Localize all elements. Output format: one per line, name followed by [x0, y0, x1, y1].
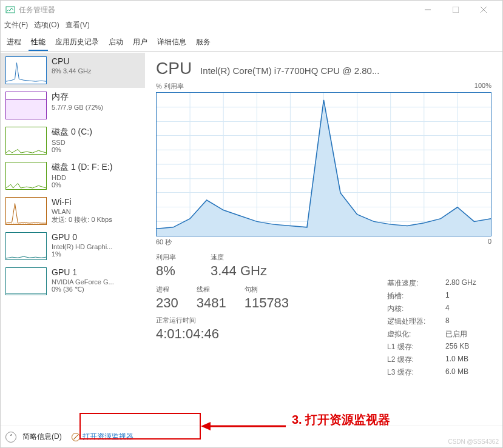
stat-value: 3.44 GHz [211, 263, 267, 279]
disk-thumb [5, 162, 47, 190]
menu-options[interactable]: 选项(O) [34, 20, 59, 31]
annotation-arrow [201, 419, 286, 433]
chevron-up-icon[interactable]: ˄ [5, 432, 16, 443]
sidebar[interactable]: CPU 8% 3.44 GHz 内存 5.7/7.9 GB (72%) 磁盘 0… [1, 52, 145, 426]
fewer-details-link[interactable]: 简略信息(D) [22, 432, 62, 442]
stat-label: 句柄 [245, 285, 289, 294]
window-title: 任务管理器 [19, 5, 414, 15]
cpu-info-table: 基准速度:2.80 GHz 插槽:1 内核:4 逻辑处理器:8 虚拟化:已启用 … [387, 278, 482, 380]
svg-rect-2 [453, 7, 459, 13]
gpu-thumb [5, 267, 47, 295]
svg-marker-27 [157, 100, 491, 236]
svg-rect-5 [6, 99, 46, 119]
cpu-model: Intel(R) Core(TM) i7-7700HQ CPU @ 2.80..… [200, 65, 491, 76]
sidebar-item-label: GPU 1 [52, 267, 140, 277]
sidebar-item-disk0[interactable]: 磁盘 0 (C:) SSD 0% [1, 123, 145, 158]
tab-processes[interactable]: 进程 [4, 35, 24, 51]
chart-y-label: % 利用率 [156, 82, 184, 91]
tabbar: 进程 性能 应用历史记录 启动 用户 详细信息 服务 [1, 32, 502, 52]
sidebar-item-label: 磁盘 1 (D: F: E:) [52, 162, 140, 173]
chart-y-max: 100% [474, 82, 491, 91]
tab-details[interactable]: 详细信息 [155, 35, 189, 51]
annotation-text: 3. 打开资源监视器 [292, 412, 390, 428]
page-title: CPU [156, 59, 192, 78]
sidebar-item-label: Wi-Fi [52, 197, 140, 207]
tab-app-history[interactable]: 应用历史记录 [53, 35, 101, 51]
memory-thumb [5, 92, 47, 119]
wifi-thumb [5, 197, 47, 225]
chart-x-right: 0 [488, 238, 491, 247]
sidebar-item-label: CPU [52, 56, 140, 66]
chart-x-left: 60 秒 [156, 238, 172, 247]
sidebar-item-label: 内存 [52, 92, 140, 102]
disk-thumb [5, 127, 47, 155]
minimize-button[interactable] [414, 1, 442, 19]
stat-label: 利用率 [156, 253, 192, 262]
stat-value: 8% [156, 263, 192, 279]
stat-label: 进程 [156, 285, 178, 294]
sidebar-item-label: GPU 0 [52, 232, 140, 242]
stat-value: 3481 [197, 295, 226, 311]
titlebar: 任务管理器 [1, 1, 502, 19]
menubar: 文件(F) 选项(O) 查看(V) [1, 19, 502, 32]
watermark: CSDN @SSS4362 [448, 438, 499, 445]
menu-file[interactable]: 文件(F) [4, 20, 28, 31]
cpu-thumb [5, 56, 47, 84]
app-icon [5, 5, 15, 15]
sidebar-item-gpu1[interactable]: GPU 1 NVIDIA GeForce G... 0% (36 ℃) [1, 264, 145, 299]
sidebar-item-label: 磁盘 0 (C:) [52, 127, 140, 138]
resource-monitor-icon [72, 433, 80, 441]
stat-label: 线程 [197, 285, 226, 294]
close-button[interactable] [470, 1, 498, 19]
tab-startup[interactable]: 启动 [106, 35, 126, 51]
gpu-thumb [5, 232, 47, 260]
sidebar-item-gpu0[interactable]: GPU 0 Intel(R) HD Graphi... 1% [1, 229, 145, 264]
svg-marker-29 [201, 422, 211, 430]
tab-performance[interactable]: 性能 [29, 35, 48, 51]
stat-value: 115783 [245, 295, 289, 311]
stat-label: 速度 [211, 253, 267, 262]
maximize-button[interactable] [442, 1, 470, 19]
stat-value: 230 [156, 295, 178, 311]
open-resource-monitor-link[interactable]: 打开资源监视器 [68, 432, 137, 442]
cpu-usage-chart [156, 92, 491, 236]
sidebar-item-cpu[interactable]: CPU 8% 3.44 GHz [1, 53, 145, 88]
sidebar-item-memory[interactable]: 内存 5.7/7.9 GB (72%) [1, 88, 145, 123]
tab-users[interactable]: 用户 [130, 35, 150, 51]
sidebar-item-wifi[interactable]: Wi-Fi WLAN 发送: 0 接收: 0 Kbps [1, 193, 145, 229]
tab-services[interactable]: 服务 [194, 35, 213, 51]
menu-view[interactable]: 查看(V) [66, 20, 90, 31]
sidebar-item-disk1[interactable]: 磁盘 1 (D: F: E:) HDD 0% [1, 158, 145, 193]
